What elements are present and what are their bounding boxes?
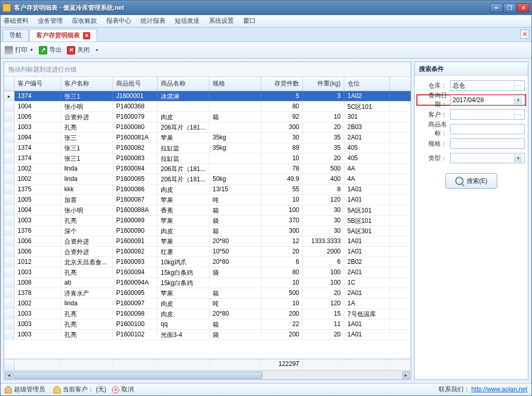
export-button[interactable]: ↗ 导出 <box>39 46 62 54</box>
col-product[interactable]: 商品名称 <box>158 77 209 91</box>
customer-input[interactable]: ⋯ <box>450 109 525 120</box>
menu-sms[interactable]: 短信发送 <box>175 17 200 25</box>
scroll-left-icon[interactable]: ◄ <box>5 372 12 379</box>
table-row[interactable]: 1006合资外进P1600092红薯10*502020001A01 <box>4 247 411 257</box>
menu-bar: 基础资料 业务管理 应收账款 报表中心 统计报表 短信发送 系统设置 窗口 <box>1 15 531 27</box>
chevron-down-icon[interactable]: ▼ <box>514 96 522 104</box>
cancel-icon[interactable]: ✕ <box>112 386 119 393</box>
ellipsis-icon[interactable]: ⋯ <box>514 81 522 90</box>
user-icon <box>5 386 12 393</box>
menu-receivable[interactable]: 应收账款 <box>72 17 97 25</box>
table-row[interactable]: 1004张小明P1600088A香蕉箱100305A区101 <box>4 205 411 216</box>
menu-report[interactable]: 报表中心 <box>106 17 131 25</box>
customer-icon <box>53 386 61 393</box>
contact-link: 联系我们： http://www.aolan.net <box>439 385 527 394</box>
grid-header: 客户编号 客户名称 商品批号 商品名称 规格 存货件数 件重(kg) 仓位 <box>4 77 411 91</box>
tab-bar: 导航 客户存货明细表 ✕ ✕ <box>1 27 531 42</box>
title-bar: 客户存货明细表 - 傲蓝冷库管理系统.net ━ ❐ ✕ <box>1 1 531 15</box>
tab-nav[interactable]: 导航 <box>3 29 29 41</box>
warehouse-input[interactable]: 总仓 ⋯ <box>450 80 525 91</box>
spec-input[interactable] <box>450 138 525 149</box>
warehouse-label: 仓库： <box>418 81 450 90</box>
tabbar-close-icon[interactable]: ✕ <box>520 30 529 39</box>
col-qty[interactable]: 存货件数 <box>261 77 303 91</box>
table-row[interactable]: 1003孔亮P1600080206耳片（181...300202B03 <box>4 122 411 133</box>
table-row[interactable]: 1003孔亮P1600098肉皮20*80200157号低温库 <box>4 309 411 319</box>
table-row[interactable]: 1004张小明P1400368805C区101 <box>4 102 411 112</box>
search-icon <box>455 177 464 185</box>
table-row[interactable]: 1003孔亮P1600089苹果袋370305B区101 <box>4 216 411 226</box>
close-window-button[interactable]: ✕ <box>517 3 529 12</box>
spec-label: 规格： <box>418 139 450 148</box>
table-row[interactable]: 1002lindaP1600085206耳片（181...50kg49.9400… <box>4 174 411 185</box>
chevron-down-icon[interactable]: ▼ <box>30 46 34 54</box>
close-icon: ✕ <box>67 46 75 54</box>
menu-base[interactable]: 基础资料 <box>4 17 29 25</box>
table-row[interactable]: 1003孔亮P1600102光面3-4袋200201A01 <box>4 330 411 340</box>
scroll-thumb[interactable] <box>13 372 262 379</box>
toolbar-overflow-icon[interactable]: ▾ <box>95 46 99 54</box>
table-row[interactable]: 1003孔亮P160009415kg白条鸡袋801002A01 <box>4 267 411 278</box>
print-icon <box>5 46 13 54</box>
col-customer-name[interactable]: 客户名称 <box>61 77 113 91</box>
print-button[interactable]: 打印 ▼ <box>5 46 34 54</box>
table-row[interactable]: 1374张三1P1600082拉缸盐35kg8935405 <box>4 143 411 153</box>
website-link[interactable]: http://www.aolan.net <box>471 386 527 393</box>
summary-row: 122297 <box>4 359 411 370</box>
menu-window[interactable]: 窗口 <box>243 17 256 25</box>
type-input[interactable]: ▼ <box>450 153 525 163</box>
table-row[interactable]: 1376深个P1600090肉皮箱300305A区301 <box>4 226 411 236</box>
minimize-button[interactable]: ━ <box>490 3 502 12</box>
customer-label: 客户： <box>418 110 450 119</box>
grid-body[interactable]: ▸1374张三1J1600001冰淇淋531A021004张小明P1400368… <box>4 91 411 359</box>
export-icon: ↗ <box>39 46 47 54</box>
sum-qty: 122297 <box>261 359 303 370</box>
toolbar: 打印 ▼ ↗ 导出 ✕ 关闭 ▾ <box>1 42 531 59</box>
col-weight[interactable]: 件重(kg) <box>303 77 344 91</box>
product-label: 商品名称： <box>418 120 450 138</box>
table-row[interactable]: 1378济青水产P1600095苹果箱500202A01 <box>4 288 411 299</box>
table-row[interactable]: 1003孔亮P1600100qq箱22111A01 <box>4 319 411 330</box>
data-grid: 拖动列标题到这进行分组 客户编号 客户名称 商品批号 商品名称 规格 存货件数 … <box>4 62 411 380</box>
table-row[interactable]: 1005加喜P1600087苹果吨101201A01 <box>4 195 411 205</box>
close-tab-icon[interactable]: ✕ <box>83 32 90 39</box>
app-icon <box>3 4 11 12</box>
menu-business[interactable]: 业务管理 <box>38 17 63 25</box>
col-batch[interactable]: 商品批号 <box>113 77 158 91</box>
table-row[interactable]: 1002lindaP1600097肉皮吨101201A <box>4 299 411 309</box>
product-input[interactable] <box>450 124 525 134</box>
chevron-down-icon[interactable]: ▼ <box>514 154 522 162</box>
maximize-button[interactable]: ❐ <box>503 3 516 12</box>
col-spec[interactable]: 规格 <box>209 77 261 91</box>
close-button[interactable]: ✕ 关闭 <box>67 46 90 54</box>
search-button[interactable]: 搜索(E) <box>445 173 497 189</box>
tab-inventory-detail[interactable]: 客户存货明细表 ✕ <box>30 29 97 41</box>
horizontal-scrollbar[interactable]: ◄ ► <box>4 370 411 379</box>
menu-stats[interactable]: 统计报表 <box>141 17 165 25</box>
table-row[interactable]: ▸1374张三1J1600001冰淇淋531A02 <box>4 91 411 102</box>
search-panel: 搜索条件 仓库： 总仓 ⋯ 查询日期： 2017/04/28 ▼ <box>414 62 528 380</box>
table-row[interactable]: 1006合资外进P1600091苹果20*80121333.33331A01 <box>4 236 411 247</box>
col-customer-id[interactable]: 客户编号 <box>15 77 61 91</box>
table-row[interactable]: 1008abP1600094A15kg白条鸡101001C <box>4 278 411 288</box>
table-row[interactable]: 1094张三P1600081A苹果35kg30352A01 <box>4 133 411 143</box>
current-user: 超级管理员 <box>5 385 45 394</box>
ellipsis-icon[interactable]: ⋯ <box>514 110 522 119</box>
window-title: 客户存货明细表 - 傲蓝冷库管理系统.net <box>14 4 490 12</box>
type-label: 类型： <box>418 154 450 163</box>
table-row[interactable]: 1374张三1P1600083拉缸盐1020405 <box>4 153 411 164</box>
table-row[interactable]: 1006合资外进P1600079肉皮箱9210301 <box>4 112 411 122</box>
search-title: 搜索条件 <box>415 62 528 76</box>
scroll-right-icon[interactable]: ► <box>402 372 410 379</box>
current-customer: 当前客户： (无) ✕ 取消 <box>53 385 134 394</box>
menu-settings[interactable]: 系统设置 <box>209 17 234 25</box>
date-label: 查询日期： <box>418 91 450 109</box>
status-bar: 超级管理员 当前客户： (无) ✕ 取消 联系我们： http://www.ao… <box>1 383 531 395</box>
table-row[interactable]: 1375kkkP1600086肉皮13/155581A01 <box>4 185 411 195</box>
group-hint[interactable]: 拖动列标题到这进行分组 <box>4 62 411 77</box>
date-input[interactable]: 2017/04/28 ▼ <box>450 95 525 105</box>
table-row[interactable]: 1002lindaP1600084206耳片（181...785004A <box>4 164 411 174</box>
col-location[interactable]: 仓位 <box>344 77 390 91</box>
table-row[interactable]: 1012北京天昌斋食...P160009310kg鸡爪20*80662B02 <box>4 257 411 267</box>
